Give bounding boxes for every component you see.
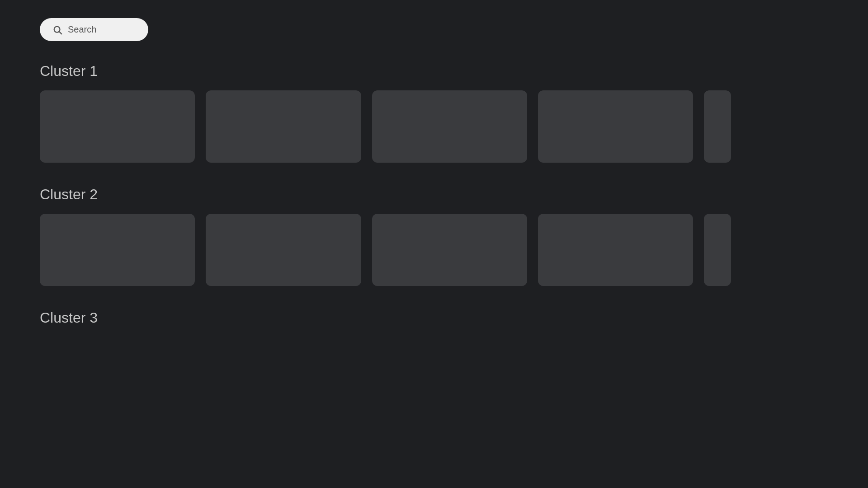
cluster-1-card-4[interactable] [538,90,693,163]
search-placeholder-text: Search [68,24,96,35]
cluster-1-title: Cluster 1 [40,63,828,80]
cluster-2-card-1[interactable] [40,214,195,286]
cluster-1-section: Cluster 1 [40,63,828,163]
search-icon [52,25,62,35]
cluster-1-card-1[interactable] [40,90,195,163]
cluster-1-card-2[interactable] [206,90,361,163]
cluster-2-section: Cluster 2 [40,186,828,286]
cluster-2-card-3[interactable] [372,214,527,286]
cluster-1-card-3[interactable] [372,90,527,163]
search-input[interactable]: Search [40,18,148,41]
page-container: Search Cluster 1 Cluster 2 Cluster 3 [0,0,868,368]
search-bar-wrapper: Search [40,18,828,41]
cluster-2-card-4[interactable] [538,214,693,286]
cluster-3-section: Cluster 3 [40,310,828,326]
cluster-2-grid [40,214,828,286]
cluster-2-card-2[interactable] [206,214,361,286]
cluster-3-title: Cluster 3 [40,310,828,326]
cluster-1-grid [40,90,828,163]
svg-line-1 [59,32,61,34]
cluster-2-card-5-partial[interactable] [704,214,731,286]
cluster-1-card-5-partial[interactable] [704,90,731,163]
cluster-2-title: Cluster 2 [40,186,828,203]
